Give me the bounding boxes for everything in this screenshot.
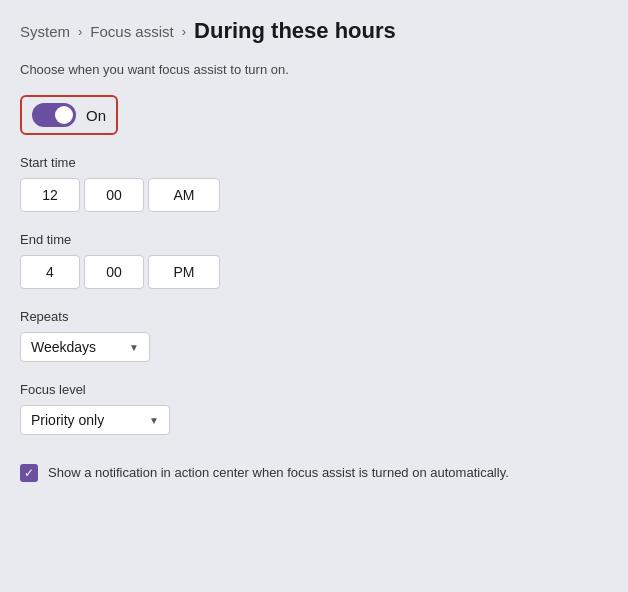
focus-level-section: Focus level Priority only ▼ [20,382,608,435]
end-time-row: 4 00 PM [20,255,608,289]
toggle-switch[interactable] [32,103,76,127]
breadcrumb-system[interactable]: System [20,23,70,40]
focus-level-dropdown[interactable]: Priority only ▼ [20,405,170,435]
end-hour-input[interactable]: 4 [20,255,80,289]
repeats-selected-value: Weekdays [31,339,96,355]
toggle-container[interactable]: On [20,95,118,135]
start-hour-input[interactable]: 12 [20,178,80,212]
page-subtitle: Choose when you want focus assist to tur… [20,62,608,77]
start-period-input[interactable]: AM [148,178,220,212]
toggle-label: On [86,107,106,124]
start-minute-input[interactable]: 00 [84,178,144,212]
notification-checkbox-row: ✓ Show a notification in action center w… [20,463,608,483]
notification-checkbox-label: Show a notification in action center whe… [48,463,509,483]
checkbox-checkmark-icon: ✓ [24,466,34,480]
end-time-section: End time 4 00 PM [20,232,608,289]
repeats-section: Repeats Weekdays ▼ [20,309,608,362]
focus-level-label: Focus level [20,382,608,397]
notification-checkbox[interactable]: ✓ [20,464,38,482]
start-time-label: Start time [20,155,608,170]
start-time-section: Start time 12 00 AM [20,155,608,212]
repeats-dropdown[interactable]: Weekdays ▼ [20,332,150,362]
breadcrumb-separator-1: › [78,24,82,39]
start-time-row: 12 00 AM [20,178,608,212]
repeats-label: Repeats [20,309,608,324]
end-minute-input[interactable]: 00 [84,255,144,289]
breadcrumb-current: During these hours [194,18,396,44]
end-time-label: End time [20,232,608,247]
breadcrumb: System › Focus assist › During these hou… [20,18,608,44]
breadcrumb-focus-assist[interactable]: Focus assist [90,23,173,40]
toggle-knob [55,106,73,124]
repeats-chevron-icon: ▼ [129,342,139,353]
breadcrumb-separator-2: › [182,24,186,39]
focus-level-chevron-icon: ▼ [149,415,159,426]
end-period-input[interactable]: PM [148,255,220,289]
page-container: System › Focus assist › During these hou… [0,0,628,592]
focus-level-selected-value: Priority only [31,412,104,428]
